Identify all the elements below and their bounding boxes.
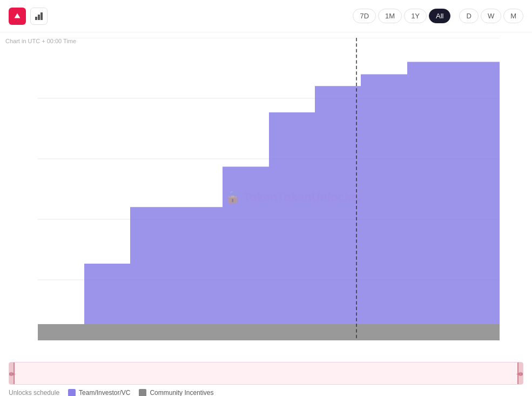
period-btn-d[interactable]: D <box>459 9 478 23</box>
chart-svg: 1.50b 1.20b 900m 600m 300m 0 Today 01 Ja… <box>38 38 500 340</box>
top-bar: 7D 1M 1Y All D W M <box>0 0 532 32</box>
legend: Unlocks schedule Team/Investor/VC Commun… <box>0 385 532 396</box>
logo-svg <box>12 11 22 21</box>
time-filter-group: 7D 1M 1Y All <box>353 9 450 23</box>
time-btn-1m[interactable]: 1M <box>378 9 402 23</box>
right-handle-arrows: ◀▶ <box>516 371 523 377</box>
time-btn-7d[interactable]: 7D <box>353 9 376 23</box>
vc-label: Team/Investor/VC <box>79 389 130 396</box>
bar-chart-icon[interactable] <box>30 8 48 25</box>
bar-chart-svg <box>34 11 44 21</box>
svg-marker-16 <box>84 62 500 324</box>
svg-rect-15 <box>38 324 500 340</box>
chart-subtitle: Chart in UTC + 00:00 Time <box>5 38 76 44</box>
period-btn-w[interactable]: W <box>481 9 501 23</box>
period-group: D W M <box>459 9 523 23</box>
vc-swatch <box>68 389 76 396</box>
svg-rect-0 <box>35 17 37 20</box>
svg-rect-2 <box>41 12 43 20</box>
mini-map-handle-left[interactable]: ◀▶ <box>9 363 15 384</box>
chart-container: Chart in UTC + 00:00 Time 🔒 TokenTokenUn… <box>0 32 532 362</box>
legend-item-community: Community Incentives <box>139 389 213 396</box>
time-btn-all[interactable]: All <box>429 9 450 23</box>
legend-title: Unlocks schedule <box>9 389 59 396</box>
mini-map-handle-right[interactable]: ◀▶ <box>517 363 523 384</box>
logo-icon <box>9 8 26 25</box>
community-label: Community Incentives <box>150 389 213 396</box>
community-swatch <box>139 389 146 396</box>
time-btn-1y[interactable]: 1Y <box>404 9 427 23</box>
logo-area <box>9 8 48 25</box>
legend-item-vc: Team/Investor/VC <box>68 389 130 396</box>
period-btn-m[interactable]: M <box>503 9 523 23</box>
svg-rect-1 <box>38 15 40 20</box>
left-handle-arrows: ◀▶ <box>9 371 16 377</box>
mini-map[interactable]: ◀▶ ◀▶ <box>9 362 523 385</box>
